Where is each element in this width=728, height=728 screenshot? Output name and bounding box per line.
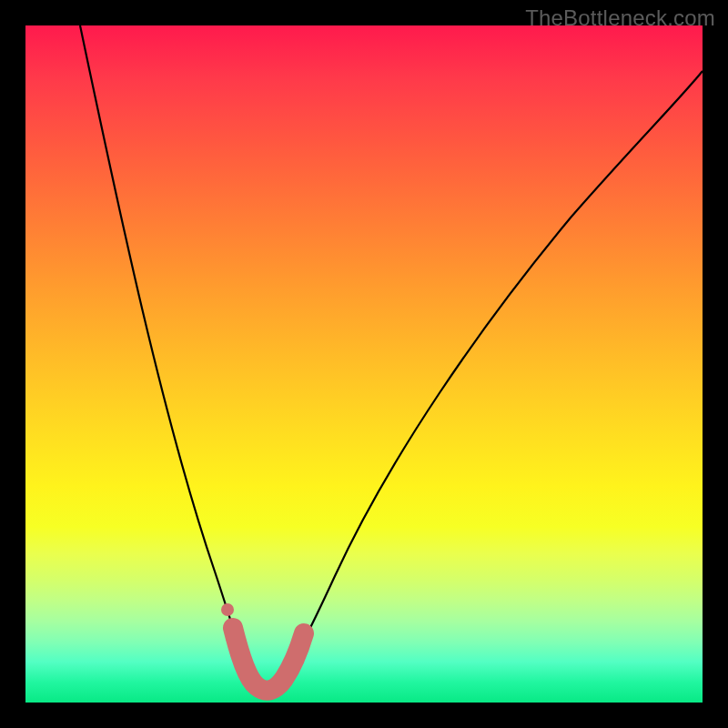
- bottleneck-curve-line: [80, 25, 703, 688]
- bottleneck-chart: [25, 25, 703, 703]
- chart-frame: [25, 25, 703, 703]
- indicator-dot: [221, 603, 234, 616]
- optimal-region-band: [233, 628, 304, 691]
- watermark-text: TheBottleneck.com: [525, 5, 715, 31]
